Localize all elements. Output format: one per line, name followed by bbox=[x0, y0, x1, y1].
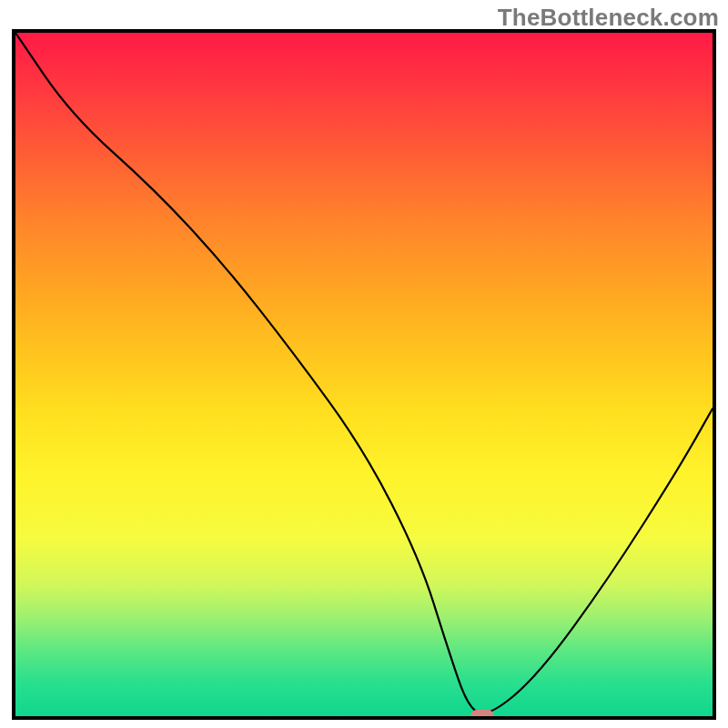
optimal-marker bbox=[470, 710, 494, 716]
chart-frame: TheBottleneck.com bbox=[0, 0, 728, 728]
plot-inner bbox=[15, 33, 713, 716]
plot-area bbox=[12, 29, 716, 720]
watermark-text: TheBottleneck.com bbox=[498, 4, 719, 32]
bottleneck-curve bbox=[15, 33, 713, 713]
curve-layer bbox=[15, 33, 713, 716]
